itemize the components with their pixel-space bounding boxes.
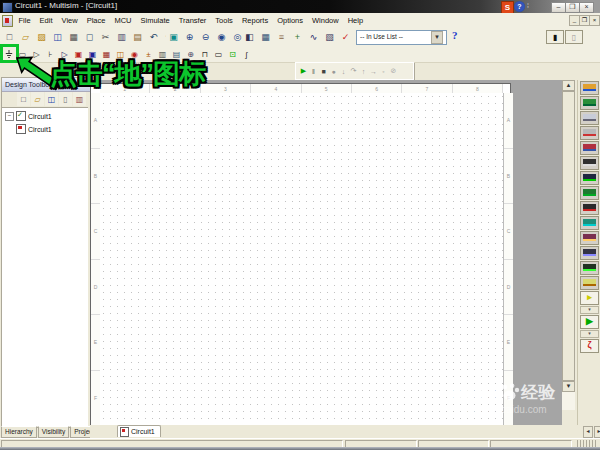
step-over-button[interactable]: ↷: [349, 66, 358, 77]
bode-plotter-button[interactable]: [580, 156, 599, 170]
print-preview-button[interactable]: ◻: [82, 30, 97, 45]
labview-instruments-button[interactable]: ▶: [580, 315, 599, 329]
new-file-button[interactable]: □: [2, 30, 17, 45]
place-bus-button[interactable]: ʃ: [240, 47, 253, 61]
multimeter-button[interactable]: [580, 81, 599, 95]
row-label: D: [504, 260, 513, 316]
tray-expander-icon[interactable]: ⁞: [527, 2, 529, 9]
function-generator-icon: [583, 99, 596, 106]
vertical-scrollbar[interactable]: ▲ ▼: [562, 80, 575, 410]
tree-item-circuit1[interactable]: Circuit1: [2, 124, 88, 134]
tree-item-circuit1[interactable]: −Circuit1: [2, 111, 88, 121]
print-button[interactable]: ▦: [66, 30, 81, 45]
save-document-button[interactable]: ◫: [45, 92, 58, 106]
save-button[interactable]: ◫: [50, 30, 65, 45]
schematic-workspace[interactable]: 12345678 ABCDEF ABCDEF: [90, 80, 562, 425]
menu-simulate[interactable]: Simulate: [136, 16, 174, 25]
menu-place[interactable]: Place: [82, 16, 110, 25]
scroll-down-icon[interactable]: ▼: [562, 381, 575, 392]
component-wizard-button[interactable]: +: [290, 30, 305, 45]
pause-at-next-button[interactable]: ●: [329, 66, 338, 77]
oscilloscope-button[interactable]: [580, 126, 599, 140]
tab-hierarchy[interactable]: Hierarchy: [1, 426, 37, 438]
scroll-up-icon[interactable]: ▲: [562, 80, 575, 91]
spectrum-analyzer-button[interactable]: [580, 261, 599, 275]
labview-instruments-dropdown-icon[interactable]: ▾: [580, 330, 599, 338]
remove-breakpoints-button[interactable]: ⊘: [389, 66, 398, 77]
menu-options[interactable]: Options: [273, 16, 308, 25]
mdi-close-button[interactable]: ×: [589, 15, 600, 26]
menu-reports[interactable]: Reports: [237, 16, 272, 25]
menu-window[interactable]: Window: [308, 16, 344, 25]
database-manager-button[interactable]: ≡: [274, 30, 289, 45]
sheet-grid[interactable]: [100, 93, 503, 425]
zoom-out-button[interactable]: ⊖: [198, 30, 213, 45]
current-probe-button[interactable]: ζ: [580, 339, 599, 353]
paste-button[interactable]: ▤: [130, 30, 145, 45]
run-button[interactable]: ▶: [299, 66, 308, 77]
step-into-button[interactable]: ↓: [339, 66, 348, 77]
electrical-rules-check-button[interactable]: ✓: [338, 30, 353, 45]
menu-help[interactable]: Help: [343, 16, 367, 25]
restore-button[interactable]: ❐: [565, 2, 580, 13]
stop-button[interactable]: ■: [319, 66, 328, 77]
help-button[interactable]: ?: [452, 29, 458, 41]
menu-view[interactable]: View: [57, 16, 82, 25]
step-out-button[interactable]: ↑: [359, 66, 368, 77]
minimize-button[interactable]: –: [551, 2, 566, 13]
distortion-analyzer-button[interactable]: [580, 246, 599, 260]
open-sample-button[interactable]: ▨: [34, 30, 49, 45]
cut-button[interactable]: ✂: [98, 30, 113, 45]
in-use-list-arrow-icon[interactable]: ▼: [431, 31, 443, 44]
schematic-view-button-button[interactable]: ▮: [546, 30, 564, 44]
pause-button[interactable]: ‖: [309, 66, 318, 77]
zoom-fit-button[interactable]: ◉: [214, 30, 229, 45]
logic-converter-button[interactable]: [580, 216, 599, 230]
simulation-view-button-button[interactable]: ▯: [565, 30, 583, 44]
function-generator-button[interactable]: [580, 96, 599, 110]
menu-edit[interactable]: Edit: [35, 16, 57, 25]
zoom-in-button[interactable]: ⊕: [182, 30, 197, 45]
tab-scroll-buttons: ◄ ►: [583, 426, 600, 438]
vertical-scrollbar-thumb[interactable]: [562, 91, 575, 381]
wattmeter-button[interactable]: [580, 111, 599, 125]
menu-tools[interactable]: Tools: [211, 16, 238, 25]
document-tab-circuit1[interactable]: Circuit1: [117, 425, 161, 437]
copy-button[interactable]: ▥: [114, 30, 129, 45]
schematic-sheet[interactable]: 12345678 ABCDEF ABCDEF: [90, 83, 511, 425]
frequency-counter-button[interactable]: [580, 171, 599, 185]
place-mcu-button[interactable]: ▭: [212, 47, 225, 61]
postprocessor-button[interactable]: ▧: [322, 30, 337, 45]
toggle-breakpoint-button[interactable]: ◦: [379, 66, 388, 77]
open-document-button[interactable]: ▱: [31, 92, 44, 106]
tree-expander-icon[interactable]: −: [5, 112, 14, 121]
tab-scroll-right-icon[interactable]: ►: [594, 426, 600, 438]
grapher-button[interactable]: ∿: [306, 30, 321, 45]
measurement-probe-button[interactable]: ▸: [580, 291, 599, 305]
place-hierarchical-block-button[interactable]: ⊡: [226, 47, 239, 61]
resize-grip[interactable]: [575, 440, 598, 447]
four-channel-oscilloscope-button[interactable]: [580, 141, 599, 155]
delete-document-button[interactable]: ▥: [73, 92, 86, 106]
word-generator-button[interactable]: [580, 186, 599, 200]
design-toolbox-toggle-button[interactable]: ◧: [242, 30, 257, 45]
logic-analyzer-button[interactable]: [580, 201, 599, 215]
new-document-button[interactable]: □: [17, 92, 30, 106]
close-document-button[interactable]: ▯: [59, 92, 72, 106]
close-button[interactable]: ×: [579, 2, 594, 13]
tab-visibility[interactable]: Visibility: [38, 426, 69, 438]
spreadsheet-view-button[interactable]: ▦: [258, 30, 273, 45]
menu-file[interactable]: File: [14, 16, 35, 25]
open-file-button[interactable]: ▱: [18, 30, 33, 45]
oscilloscope-icon: [583, 129, 596, 136]
tab-scroll-left-icon[interactable]: ◄: [583, 426, 593, 438]
run-to-cursor-button[interactable]: →: [369, 66, 378, 77]
zoom-area-button[interactable]: ▣: [166, 30, 181, 45]
measurement-probe-dropdown-icon[interactable]: ▾: [580, 306, 599, 314]
undo-button[interactable]: ↶: [146, 30, 161, 45]
network-analyzer-button[interactable]: [580, 276, 599, 290]
menu-mcu[interactable]: MCU: [110, 16, 136, 25]
menu-transfer[interactable]: Transfer: [174, 16, 211, 25]
iv-analyzer-button[interactable]: [580, 231, 599, 245]
help-tray-icon[interactable]: ?: [514, 1, 525, 12]
